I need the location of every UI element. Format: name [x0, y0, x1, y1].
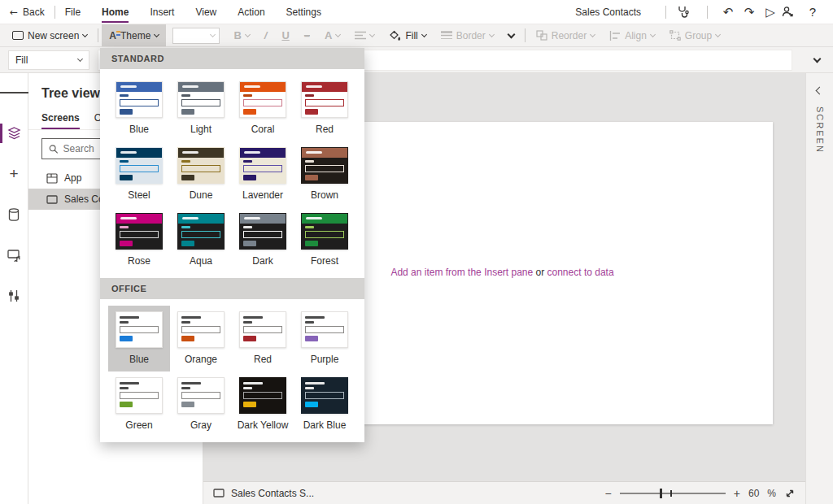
data-sources-icon[interactable]: [0, 206, 28, 223]
theme-swatch-red[interactable]: Red: [294, 76, 355, 141]
zoom-slider[interactable]: [620, 493, 726, 494]
paint-bucket-icon: [389, 30, 401, 41]
back-button[interactable]: ← Back: [10, 7, 45, 18]
theme-name: Gray: [190, 419, 212, 431]
reorder-button[interactable]: Reorder: [529, 24, 602, 46]
theme-preview: [301, 147, 348, 184]
theme-preview: [239, 81, 286, 118]
menu-item-action[interactable]: Action: [238, 2, 264, 23]
theme-swatch-orange[interactable]: Orange: [170, 306, 232, 371]
theme-name: Rose: [128, 255, 150, 267]
strikethrough-button[interactable]: –: [297, 24, 317, 46]
help-icon[interactable]: ?: [802, 5, 823, 19]
theme-name: Red: [316, 124, 334, 135]
app-checker-icon[interactable]: [676, 5, 697, 19]
collapse-menu-icon[interactable]: [0, 85, 28, 101]
theme-button[interactable]: A Theme: [102, 24, 166, 46]
zoom-slider-handle[interactable]: [660, 489, 662, 498]
tree-item-label: App: [64, 172, 81, 184]
theme-swatch-dark-blue[interactable]: Dark Blue: [294, 371, 355, 437]
theme-grid: BlueLightCoralRedSteelDuneLavenderBrownR…: [100, 69, 364, 278]
theme-swatch-aqua[interactable]: Aqua: [170, 207, 232, 273]
theme-preview: [116, 377, 163, 414]
menu-item-insert[interactable]: Insert: [150, 2, 174, 23]
underline-button[interactable]: U: [274, 24, 296, 46]
divider: [525, 28, 526, 42]
fill-button[interactable]: Fill: [382, 24, 433, 46]
chevron-down-icon: [77, 55, 83, 61]
play-icon[interactable]: ▷: [760, 5, 781, 20]
border-button[interactable]: Border: [434, 24, 501, 46]
fill-label: Fill: [405, 30, 417, 41]
theme-swatch-dark[interactable]: Dark: [232, 207, 294, 273]
insert-icon[interactable]: +: [0, 166, 28, 182]
chevron-down-icon: [715, 31, 721, 37]
advanced-tools-icon[interactable]: [0, 288, 28, 304]
theme-name: Dark Blue: [303, 419, 347, 431]
theme-swatch-lavender[interactable]: Lavender: [232, 141, 294, 207]
theme-swatch-dark-yellow[interactable]: Dark Yellow: [232, 371, 294, 437]
theme-preview: [239, 311, 286, 348]
theme-preview: [301, 311, 348, 348]
font-color-button[interactable]: A: [317, 24, 347, 46]
theme-swatch-gray[interactable]: Gray: [170, 371, 232, 437]
property-selector[interactable]: Fill: [8, 50, 89, 70]
theme-name: Dune: [190, 189, 213, 201]
theme-dropdown-panel: STANDARDBlueLightCoralRedSteelDuneLavend…: [100, 48, 364, 442]
reorder-label: Reorder: [552, 30, 587, 41]
group-button[interactable]: Group: [662, 24, 727, 46]
group-icon: [669, 30, 681, 41]
insert-pane-link[interactable]: Add an item from the Insert pane: [390, 267, 533, 278]
theme-preview: [301, 377, 348, 414]
theme-swatch-light[interactable]: Light: [170, 76, 232, 141]
tree-view-icon[interactable]: [0, 125, 28, 141]
theme-name: Blue: [129, 354, 149, 365]
tab-screens[interactable]: Screens: [41, 109, 80, 129]
theme-swatch-blue[interactable]: Blue: [108, 76, 170, 141]
toolbar: New screen A Theme B / U – A Fill: [0, 24, 833, 47]
connect-to-data-link[interactable]: connect to data: [547, 267, 614, 278]
left-rail: +: [0, 73, 28, 504]
theme-swatch-brown[interactable]: Brown: [294, 141, 355, 207]
theme-swatch-coral[interactable]: Coral: [232, 76, 294, 141]
expand-panel-icon[interactable]: [816, 87, 824, 95]
media-icon[interactable]: [0, 247, 28, 263]
formula-expand-button[interactable]: [800, 59, 833, 62]
theme-swatch-blue[interactable]: Blue: [108, 306, 170, 371]
theme-swatch-forest[interactable]: Forest: [294, 207, 355, 273]
new-screen-button[interactable]: New screen: [5, 24, 94, 46]
font-size-combo[interactable]: [172, 28, 220, 44]
theme-swatch-purple[interactable]: Purple: [294, 306, 355, 371]
text-align-button[interactable]: [347, 24, 382, 46]
zoom-in-button[interactable]: +: [734, 487, 740, 500]
bold-button[interactable]: B: [226, 24, 256, 46]
fit-to-window-icon[interactable]: [784, 488, 796, 499]
theme-swatch-dune[interactable]: Dune: [170, 141, 232, 207]
zoom-out-button[interactable]: −: [605, 487, 612, 500]
toolbar-overflow-button[interactable]: [501, 24, 521, 46]
redo-icon[interactable]: ↷: [739, 5, 760, 20]
share-user-icon[interactable]: [781, 6, 802, 18]
menu-item-settings[interactable]: Settings: [286, 2, 321, 23]
undo-icon[interactable]: ↶: [717, 5, 739, 20]
theme-swatch-rose[interactable]: Rose: [108, 207, 170, 273]
align-lines-icon: [355, 31, 366, 40]
strikethrough-icon: –: [304, 29, 310, 41]
menu-item-home[interactable]: Home: [102, 2, 129, 23]
reorder-icon: [536, 30, 547, 41]
menu-item-view[interactable]: View: [195, 2, 216, 23]
theme-name: Lavender: [242, 189, 283, 201]
align-button[interactable]: Align: [602, 24, 662, 46]
menu-item-file[interactable]: File: [65, 2, 81, 23]
hint-or-text: or: [533, 267, 547, 278]
divider: [55, 6, 55, 19]
status-bar: Sales Contacts S... − + 60 %: [203, 481, 805, 504]
theme-name: Aqua: [190, 255, 212, 267]
theme-swatch-red[interactable]: Red: [232, 306, 294, 371]
theme-swatch-steel[interactable]: Steel: [108, 141, 170, 207]
theme-swatch-green[interactable]: Green: [108, 371, 170, 437]
theme-name: Orange: [185, 354, 217, 365]
theme-preview: [301, 213, 348, 250]
back-arrow-icon: ←: [10, 7, 18, 18]
italic-button[interactable]: /: [257, 24, 275, 46]
